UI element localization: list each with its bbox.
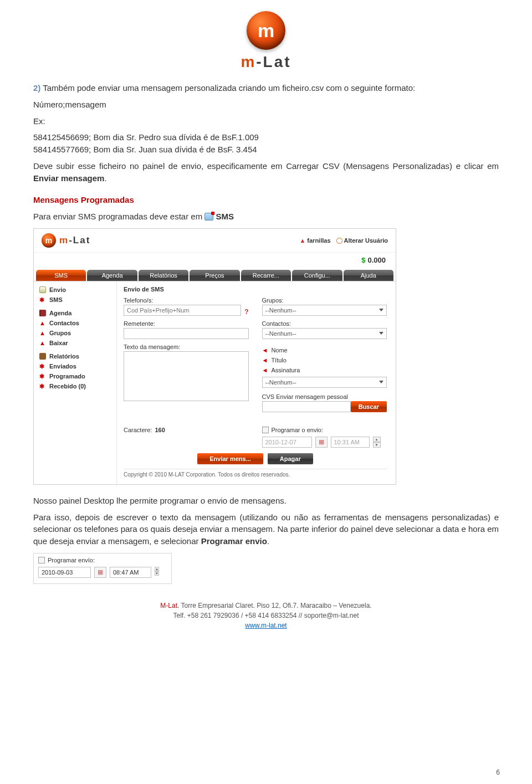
pin-icon: ✱ [39,383,46,390]
sidebar-item-enviados[interactable]: ✱Enviados [34,361,116,371]
arrow-left-icon: ◄ [262,347,268,353]
document-body: 2) Também pode enviar uma mensagem perso… [33,82,499,223]
sidebar-item-recebido[interactable]: ✱Recebido (0) [34,381,116,391]
tab-bar: SMS Agenda Relatórios Preços Recarre... … [34,270,396,281]
csv-label: CVS Enviar mensagem pessoal [262,393,387,400]
tab-precos[interactable]: Preços [190,270,239,281]
format-line: Número;mensagem [33,99,499,111]
sidebar-item-grupos[interactable]: ▲Grupos [34,328,116,338]
brand-orb-letter: m [258,20,274,42]
calendar-icon[interactable]: ▦ [315,437,328,448]
enviar-button[interactable]: Enviar mens... [197,453,263,464]
app-header: m m-Lat ▲farnillas Alterar Usuário [34,229,396,253]
switch-user-link[interactable]: Alterar Usuário [336,237,388,244]
buscar-button[interactable]: Buscar [351,401,387,412]
sidebar-item-programado[interactable]: ✱Programado [34,371,116,381]
after-example-text: Deve subir esse ficheiro no painel de en… [33,161,499,171]
widget-date-input[interactable] [38,567,91,578]
calendar-icon[interactable]: ▦ [94,567,106,578]
step-text: Também pode enviar uma mensagem personal… [40,83,415,93]
app-orb-icon: m [42,233,56,248]
help-icon[interactable]: ? [244,308,248,316]
page-number: 6 [496,768,500,776]
tab-relatorios[interactable]: Relatórios [139,270,188,281]
schedule-widget: Programar envío: ▦ ▲▼ [33,553,172,584]
book-icon [39,310,46,316]
contactos-select[interactable]: --Nenhum-- [262,328,387,339]
insert-nome[interactable]: ◄Nome [262,347,387,353]
caractere-value: 160 [155,427,165,433]
programar-label: Programar o envio: [272,427,324,433]
remetente-input[interactable] [124,328,249,339]
tab-agenda[interactable]: Agenda [87,270,137,281]
texto-label: Texto da mensagem: [124,344,249,350]
programar-checkbox[interactable] [262,427,269,433]
pin-icon: ✱ [39,296,46,303]
group-icon: ▲ [39,330,46,336]
apagar-button[interactable]: Apagar [268,453,313,464]
time-spinner[interactable]: ▲▼ [155,567,159,578]
footer-brand: M-Lat. [160,602,179,609]
example-2: 584145577669; Bom dia Sr. Juan sua dívid… [33,144,499,156]
programar-envio-bold: Programar envio [201,536,267,546]
envelope-icon [39,286,46,293]
assinatura-select[interactable]: --Nenhum-- [262,377,387,388]
footer-address: Torre Empresarial Claret. Piso 12, Ofi.7… [179,602,371,609]
sidebar-item-baixar[interactable]: ▲Baixar [34,338,116,348]
widget-time-input[interactable] [110,567,151,578]
insert-titulo[interactable]: ◄Título [262,357,387,363]
dollar-icon: $ [361,256,365,264]
sidebar-item-agenda[interactable]: Agenda [34,308,116,318]
after-panel-text: Nosso painel Desktop lhe permite program… [33,495,499,507]
pin-icon: ✱ [39,373,46,380]
programar-label-2: Programar envío: [48,557,95,563]
tab-ajuda[interactable]: Ajuda [344,270,393,281]
contactos-label: Contactos: [262,320,387,327]
time-spinner[interactable]: ▲▼ [373,437,381,448]
chevron-down-icon [379,332,383,335]
date-input[interactable] [262,437,312,448]
pin-icon: ✱ [39,363,46,370]
sidebar-item-relatorios[interactable]: Relatórios [34,351,116,361]
message-textarea[interactable] [124,351,249,401]
programar-checkbox-2[interactable] [38,557,45,563]
grupos-label: Grupos: [262,297,387,304]
document-body-2: Nosso painel Desktop lhe permite program… [33,495,499,547]
sidebar-item-sms[interactable]: ✱SMS [34,295,116,305]
chevron-down-icon [379,381,383,383]
brand-orb: m [247,11,285,50]
download-icon: ▲ [39,340,46,346]
main-panel: Envio de SMS Telefono/s: ? Grupos: [117,281,396,484]
csv-input[interactable] [262,401,351,412]
brand-text: m-Lat [33,53,499,71]
para-enviar-text: Para enviar SMS programadas deve estar e… [33,212,204,221]
example-1: 584125456699; Bom dia Sr. Pedro sua dívi… [33,131,499,144]
sidebar: Envio ✱SMS Agenda ▲Contactos ▲Grupos ▲Ba… [34,281,117,484]
user-name[interactable]: ▲farnillas [299,237,330,244]
arrow-left-icon: ◄ [262,367,268,373]
report-icon [39,353,46,360]
tab-configu[interactable]: Configu... [292,270,342,281]
grupos-select[interactable]: --Nenhum-- [262,305,387,316]
tab-sms[interactable]: SMS [36,270,86,281]
telefono-input[interactable] [124,305,241,316]
time-input[interactable] [331,437,370,448]
insert-assinatura[interactable]: ◄Assinatura [262,367,387,373]
caractere-label: Caractere: [124,427,152,433]
section-heading: Mensagens Programadas [33,194,499,206]
arrow-left-icon: ◄ [262,357,268,363]
app-screenshot: m m-Lat ▲farnillas Alterar Usuário $0.00… [33,228,396,485]
sidebar-item-envio[interactable]: Envio [34,285,116,295]
tab-recarre[interactable]: Recarre... [241,270,291,281]
app-logo: m m-Lat [42,233,90,248]
chevron-down-icon [379,309,383,311]
balance-value: 0.000 [367,256,386,264]
balance-row: $0.000 [34,253,396,270]
remetente-label: Remetente: [124,320,249,327]
enviar-mensagem-bold: Enviar mensagem [33,173,104,183]
app-user-line: ▲farnillas Alterar Usuário [299,237,388,244]
footer-link[interactable]: www.m-lat.net [245,622,287,629]
sidebar-item-contactos[interactable]: ▲Contactos [34,318,116,328]
power-icon [336,238,342,244]
step-number: 2) [33,83,40,93]
